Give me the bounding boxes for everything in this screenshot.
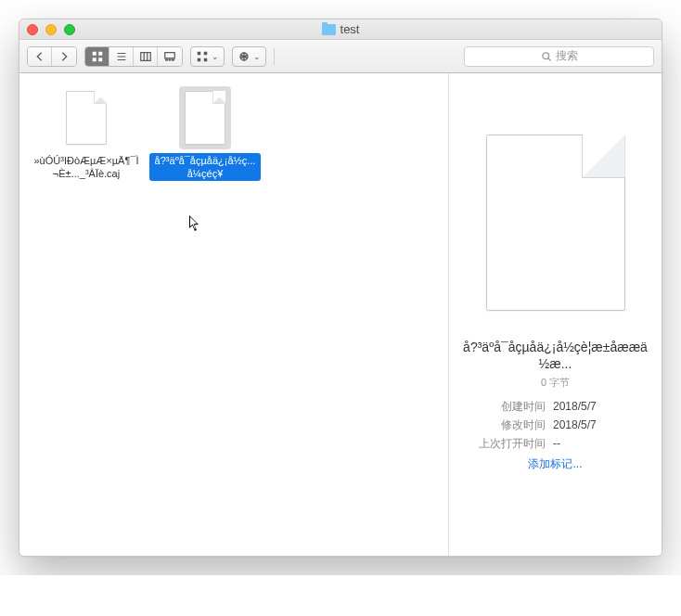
svg-rect-10 [165,52,175,58]
nav-buttons [27,46,77,67]
svg-rect-16 [198,58,201,61]
preview-filename: å?³äºå¯åçµåä¿¡å½çè¦æ±åææä½æ... [462,339,649,372]
svg-rect-15 [204,51,208,55]
svg-point-25 [542,52,548,58]
file-label: »ùÓÚ³IÐòÆµÆ×µÄ¶¯Ì¬È±..._³ÂÏè.caj [31,153,142,181]
meta-label: 修改时间 [462,416,546,434]
zoom-button[interactable] [64,24,75,35]
meta-row-modified: 修改时间 2018/5/7 [462,416,649,434]
svg-rect-2 [92,58,96,61]
document-icon-large [486,135,625,311]
group-by-button[interactable]: ⌄ [190,46,225,67]
finder-window: test ⌄ [19,19,662,557]
document-icon [185,91,225,145]
svg-rect-12 [169,59,171,60]
back-button[interactable] [28,47,52,66]
svg-rect-17 [204,58,208,61]
list-view-button[interactable] [109,47,134,66]
meta-value: 2018/5/7 [553,397,597,416]
meta-value: -- [553,434,560,453]
window-title: test [19,22,662,36]
toolbar-divider [274,48,275,65]
close-button[interactable] [27,24,38,35]
content-area: »ùÓÚ³IÐòÆµÆ×µÄ¶¯Ì¬È±..._³ÂÏè.caj å?³äºå¯… [19,73,662,556]
icon-view-button[interactable] [85,47,109,66]
search-icon [541,51,552,62]
meta-row-created: 创建时间 2018/5/7 [462,397,649,416]
meta-label: 上次打开时间 [462,434,546,453]
toolbar: ⌄ ⌄ 搜索 [19,40,662,73]
meta-row-opened: 上次打开时间 -- [462,434,649,453]
gallery-view-button[interactable] [158,47,182,66]
view-switcher [84,46,183,67]
folder-icon [322,24,336,35]
file-item-selected[interactable]: å?³äºå¯åçµåä¿¡å½ç...å¼çéç¥ [146,86,264,181]
file-item[interactable]: »ùÓÚ³IÐòÆµÆ×µÄ¶¯Ì¬È±..._³ÂÏè.caj [27,86,146,181]
search-placeholder: 搜索 [556,48,578,64]
preview-metadata: 创建时间 2018/5/7 修改时间 2018/5/7 上次打开时间 -- 添加… [462,397,649,473]
meta-value: 2018/5/7 [553,416,597,434]
chevron-down-icon: ⌄ [212,52,219,61]
file-label: å?³äºå¯åçµåä¿¡å½ç...å¼çéç¥ [149,153,261,181]
search-input[interactable]: 搜索 [464,46,654,67]
svg-line-26 [547,58,550,60]
svg-rect-14 [198,51,201,55]
file-icon [179,86,231,149]
action-menu-button[interactable]: ⌄ [232,46,266,67]
mouse-cursor [189,215,200,232]
svg-rect-0 [92,51,96,55]
traffic-lights [27,24,75,35]
file-grid[interactable]: »ùÓÚ³IÐòÆµÆ×µÄ¶¯Ì¬È±..._³ÂÏè.caj å?³äºå¯… [19,73,448,556]
window-title-text: test [340,22,360,36]
minimize-button[interactable] [45,24,57,35]
add-tags[interactable]: 添加标记... [462,455,649,473]
column-view-button[interactable] [134,47,158,66]
forward-button[interactable] [52,47,76,66]
svg-rect-13 [173,59,174,60]
preview-pane: å?³äºå¯åçµåä¿¡å½çè¦æ±åææä½æ... 0 字节 创建时间… [448,73,662,556]
svg-rect-3 [98,58,102,61]
file-icon [60,86,112,149]
svg-rect-1 [98,51,102,55]
svg-rect-11 [166,59,168,60]
document-icon [66,91,107,145]
meta-label: 创建时间 [462,397,546,416]
preview-filesize: 0 字节 [541,376,570,390]
chevron-down-icon: ⌄ [253,52,261,61]
add-tags-link[interactable]: 添加标记... [528,455,582,473]
preview-icon [486,135,625,311]
svg-rect-7 [140,52,150,60]
titlebar: test [19,19,662,40]
